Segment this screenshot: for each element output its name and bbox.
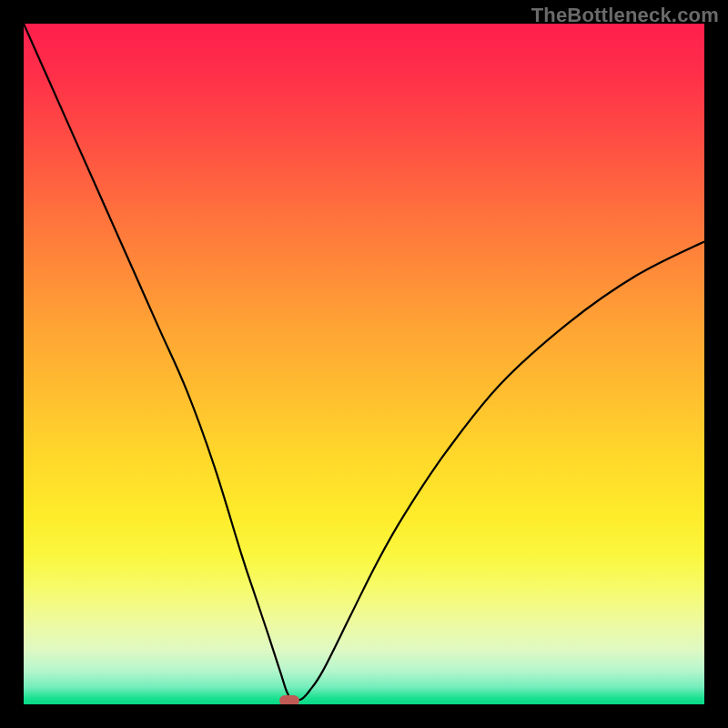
minimum-marker: [279, 695, 299, 705]
plot-area: [24, 24, 704, 704]
bottleneck-curve-path: [24, 24, 704, 701]
chart-frame: TheBottleneck.com: [0, 0, 728, 728]
watermark-text: TheBottleneck.com: [531, 4, 719, 27]
curve-svg: [24, 24, 704, 704]
